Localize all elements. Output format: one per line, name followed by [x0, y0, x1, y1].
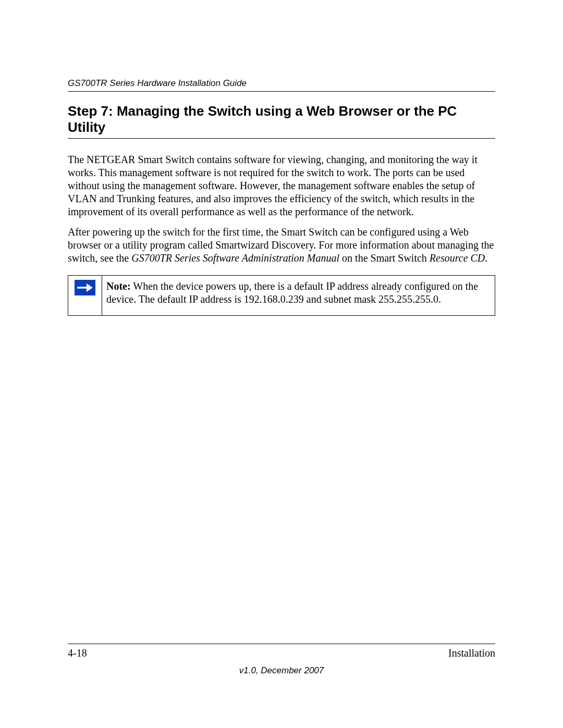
- note-icon-cell: [68, 276, 102, 316]
- note-text: When the device powers up, there is a de…: [106, 280, 478, 305]
- paragraph-2: After powering up the switch for the fir…: [68, 226, 495, 265]
- footer-version: v1.0, December 2007: [68, 665, 495, 676]
- note-box: Note: When the device powers up, there i…: [68, 275, 495, 316]
- running-header: GS700TR Series Hardware Installation Gui…: [68, 78, 495, 89]
- page-number: 4-18: [68, 647, 87, 659]
- page-content: GS700TR Series Hardware Installation Gui…: [68, 78, 495, 671]
- footer-row: 4-18 Installation: [68, 647, 495, 659]
- resource-cd-italic: Resource CD: [430, 252, 485, 264]
- page-footer: 4-18 Installation v1.0, December 2007: [68, 644, 495, 676]
- section-title: Step 7: Managing the Switch using a Web …: [68, 103, 495, 135]
- note-text-cell: Note: When the device powers up, there i…: [102, 276, 495, 316]
- svg-marker-1: [87, 283, 93, 292]
- arrow-right-icon: [75, 280, 95, 295]
- note-label: Note:: [106, 280, 131, 292]
- paragraph-2-text-b: on the Smart Switch: [339, 252, 430, 264]
- paragraph-1: The NETGEAR Smart Switch contains softwa…: [68, 153, 495, 218]
- manual-title-italic: GS700TR Series Software Administration M…: [131, 252, 339, 264]
- paragraph-2-text-c: .: [485, 252, 487, 264]
- title-rule: [68, 138, 495, 139]
- footer-rule: [68, 644, 495, 644]
- header-rule: [68, 91, 495, 92]
- footer-section-name: Installation: [448, 647, 495, 659]
